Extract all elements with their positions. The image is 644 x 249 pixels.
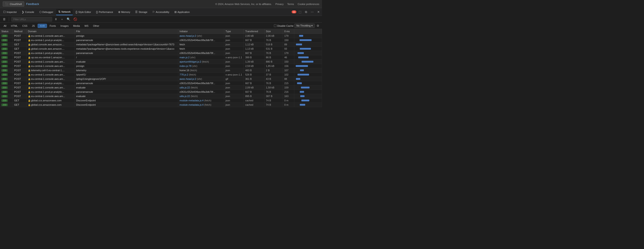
col-header-file[interactable]: File [74,29,178,34]
network-table-container[interactable]: Status Method Domain File Initiator Type… [0,29,322,249]
col-header-method[interactable]: Method [13,29,26,34]
file-cell: panoramaroute [74,90,178,94]
filter-html[interactable]: HTML [9,24,20,28]
tab-style-editor[interactable]: {} Style Editor [73,9,93,15]
waterfall-cell [294,81,322,86]
waterfall-cell [294,38,322,42]
cloudshell-button[interactable]: ⬛ CloudShell [3,1,24,6]
tab-debugger[interactable]: ⬡ Debugger [37,9,56,15]
status-badge: 200 [1,52,8,54]
cookie-preferences-link[interactable]: Cookie preferences [298,3,319,6]
waterfall-cell [294,77,322,81]
responsive-mode-button[interactable]: ⬚ [297,10,303,14]
table-row[interactable]: 200 GET 🔒global.console.aws.amazon.... m… [0,42,322,47]
table-row[interactable]: 200 GET 🔒global.ccs.amazonaws.com Discov… [0,98,322,103]
file-cell: panoramaroute [74,38,178,42]
tab-accessibility[interactable]: ⚐ Accessibility [150,9,172,15]
col-header-type[interactable]: Type [224,29,244,34]
table-row[interactable]: 200 POST 🔒eu-central-1.prod.pr.analytic.… [0,90,322,94]
filter-ws[interactable]: WS [82,24,90,28]
col-header-status[interactable]: Status [0,29,13,34]
initiator-link[interactable]: utils.js:22 [180,95,190,98]
initiator-cell: awsc-head.js:2 (xhr) [178,77,224,81]
throttle-button[interactable]: No Throttling ▾ [294,24,315,28]
col-header-transferred[interactable]: Transferred [244,29,264,34]
filter-css[interactable]: CSS [20,24,29,28]
table-row[interactable]: 200 POST 🔒eu-central-1.prod.pr.analytic.… [0,81,322,86]
initiator-link[interactable]: utils.js:22 [180,86,190,89]
col-header-time[interactable]: 0 ms [283,29,294,34]
waterfall-cell [294,34,322,38]
col-header-initiator[interactable]: Initiator [178,29,224,34]
tab-storage[interactable]: ☰ Storage [133,9,150,15]
filter-js[interactable]: JS [30,24,37,28]
table-row[interactable]: 200 POST 🔒eu-central-1.prod.pr.analytic.… [0,51,322,55]
privacy-link[interactable]: Privacy [276,3,284,6]
waterfall-bar [300,48,311,50]
col-header-domain[interactable]: Domain [26,29,75,34]
disable-cache-checkbox[interactable] [274,24,276,27]
table-row[interactable]: 200 POST 🔒eu-central-1.console.aws.am...… [0,60,322,64]
filter-media[interactable]: Media [71,24,82,28]
initiator-link[interactable]: main.js:2 [180,56,190,59]
filter-xhr[interactable]: XHR [38,24,47,28]
initiator-link[interactable]: awsc-head.js:2 [180,34,196,37]
pause-button[interactable]: ⏸ [54,17,58,21]
initiator-link[interactable]: awsc-head.js:2 [180,78,196,80]
table-row[interactable]: 200 POST 🔒eu-central-1.console.aws.am...… [0,94,322,98]
add-filter-button[interactable]: ＋ [60,17,64,22]
table-row[interactable]: 200 POST 🔒eu-central-1.console.aws.am...… [0,34,322,38]
filter-other[interactable]: Other [91,24,101,28]
table-row[interactable]: 200 POST 🔒eu-central-1.console.aws.am...… [0,64,322,68]
filter-urls-input[interactable] [11,17,52,22]
method-cell: POST [13,34,26,38]
clear-requests-button[interactable]: 🗑 [2,17,6,21]
waterfall-cell [294,98,322,103]
devtools-tab-bar: ☐ Inspector ❯ Console ⬡ Debugger ⇅ Netwo… [0,8,322,16]
table-row[interactable]: 200 GET 🔒global.console.aws.amazon.... m… [0,47,322,51]
status-cell: 200 [0,34,13,38]
table-row[interactable]: 200 POST 🔒telemetry.cell-0.eu-central-1.… [0,68,322,72]
table-row[interactable]: 200 POST 🔒up.sso.eu-central-1.amazon....… [0,55,322,60]
popout-button[interactable]: ⧉ [304,10,308,14]
filter-images[interactable]: Images [58,24,70,28]
table-row[interactable]: 200 POST 🔒eu-central-1.console.aws.am...… [0,77,322,81]
terms-link[interactable]: Terms [287,3,294,6]
search-button[interactable]: 🔍 [66,17,71,21]
waterfall-bar [298,56,308,58]
col-header-waterfall [294,29,322,34]
more-options-button[interactable]: ⋯ [309,10,315,14]
copyright-text: © 2024, Amazon Web Services, Inc. or its… [215,3,272,6]
transferred-cell: 2,09 kB [244,86,264,90]
initiator-link[interactable]: apertureWidget.js:2 [180,60,201,63]
disable-cache-label[interactable]: Disable Cache [274,24,294,27]
tab-application[interactable]: ⊞ Application [172,9,192,15]
table-row[interactable]: 200 POST 🔒eu-central-1.console.aws.am...… [0,72,322,77]
table-row[interactable]: 200 POST 🔒eu-central-1.console.aws.am...… [0,86,322,90]
performance-icon: () [96,10,98,14]
block-requests-button[interactable]: 🚫 [72,17,78,21]
tab-performance[interactable]: () Performance [94,9,116,15]
initiator-cell: utils.js:22 (fetch) [178,86,224,90]
initiator-link[interactable]: index.js:78 [180,65,192,67]
close-devtools-button[interactable]: ✕ [316,10,321,14]
feedback-button[interactable]: Feedback [26,2,39,6]
col-header-size[interactable]: Size [264,29,283,34]
transferred-cell: 667 B [244,51,264,55]
initiator-link[interactable]: module-metadata.js:4 [180,99,204,102]
table-row[interactable]: 200 GET 🔒global.ccs.amazonaws.com Discov… [0,103,322,107]
type-cell: json [224,94,244,98]
tab-memory[interactable]: ⊕ Memory [116,9,133,15]
tab-console[interactable]: ❯ Console [20,9,36,15]
initiator-cell: module-metadata.js:4 (fetch) [178,98,224,103]
table-row[interactable]: 200 POST 🔒eu-central-1.prod.pr.analytic.… [0,38,322,42]
initiator-link[interactable]: module-metadata.js:4 [180,104,204,106]
initiator-link[interactable]: 778.js:2 [180,73,188,76]
lock-icon: 🔒 [28,104,30,106]
top-bar-right: © 2024, Amazon Web Services, Inc. or its… [215,3,319,6]
filter-all[interactable]: All [2,24,8,28]
tab-inspector[interactable]: ☐ Inspector [1,9,19,15]
settings-button[interactable]: ⚙ [316,24,320,28]
tab-network[interactable]: ⇅ Network [56,9,73,15]
filter-fonts[interactable]: Fonts [48,24,58,28]
